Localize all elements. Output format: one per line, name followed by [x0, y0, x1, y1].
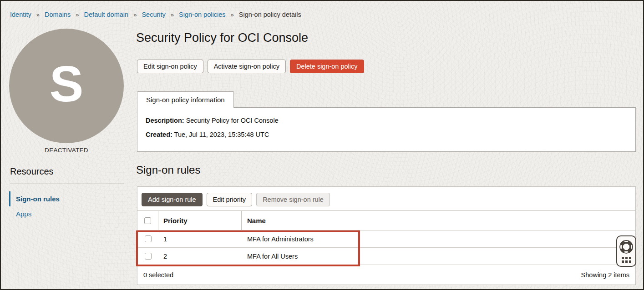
description-label: Description:	[146, 117, 184, 124]
sign-on-rules-heading: Sign-on rules	[136, 164, 200, 176]
table-row[interactable]: 2 MFA for All Users	[137, 248, 635, 265]
select-row-checkbox[interactable]	[145, 235, 152, 242]
description-value: Security Policy for OCI Console	[186, 117, 279, 124]
breadcrumb: Identity » Domains » Default domain » Se…	[10, 11, 301, 18]
edit-priority-button[interactable]: Edit priority	[207, 193, 253, 206]
column-header-name: Name	[242, 211, 635, 230]
breadcrumb-separator: »	[36, 11, 40, 18]
breadcrumb-separator: »	[171, 11, 174, 18]
table-footer: 0 selected Showing 2 items	[137, 265, 635, 285]
breadcrumb-link-identity[interactable]: Identity	[10, 11, 31, 18]
select-all-checkbox[interactable]	[144, 217, 151, 224]
sign-on-rules-table: Priority Name 1 MFA for Administrators 2…	[137, 210, 635, 265]
sign-on-rules-panel: Add sign-on rule Edit priority Remove si…	[137, 186, 636, 285]
header-checkbox-cell	[137, 211, 158, 230]
sidebar-item-sign-on-rules[interactable]: Sign-on rules	[9, 191, 127, 206]
showing-count: Showing 2 items	[581, 271, 629, 279]
oci-console-page: Identity » Domains » Default domain » Se…	[0, 0, 644, 290]
table-header-row: Priority Name	[137, 210, 635, 230]
breadcrumb-separator: »	[133, 11, 137, 18]
select-row-checkbox[interactable]	[145, 253, 152, 260]
policy-actions: Edit sign-on policy Activate sign-on pol…	[137, 60, 364, 73]
policy-information-panel: Description: Security Policy for OCI Con…	[137, 107, 636, 152]
resources-nav: Sign-on rules Apps	[9, 191, 127, 221]
breadcrumb-separator: »	[230, 11, 233, 18]
lifebuoy-icon	[619, 240, 633, 254]
created-label: Created:	[146, 131, 172, 138]
resources-divider	[10, 184, 124, 184]
breadcrumb-separator: »	[76, 11, 79, 18]
rule-priority: 2	[158, 248, 242, 265]
rules-toolbar: Add sign-on rule Edit priority Remove si…	[137, 187, 635, 210]
resources-heading: Resources	[10, 166, 54, 177]
delete-sign-on-policy-button[interactable]: Delete sign-on policy	[290, 60, 364, 73]
breadcrumb-link-sign-on-policies[interactable]: Sign-on policies	[179, 11, 225, 18]
page-title: Security Policy for OCI Console	[136, 31, 308, 45]
tab-sign-on-policy-information[interactable]: Sign-on policy information	[137, 91, 234, 108]
created-line: Created: Tue, Jul 11, 2023, 15:35:48 UTC	[146, 131, 627, 138]
breadcrumb-link-security[interactable]: Security	[142, 11, 165, 18]
description-line: Description: Security Policy for OCI Con…	[146, 117, 627, 124]
avatar-initial: S	[50, 59, 84, 110]
selected-count: 0 selected	[143, 271, 173, 279]
created-value: Tue, Jul 11, 2023, 15:35:48 UTC	[174, 131, 269, 138]
remove-sign-on-rule-button: Remove sign-on rule	[256, 193, 330, 206]
table-row[interactable]: 1 MFA for Administrators	[137, 230, 635, 248]
sidebar-item-apps[interactable]: Apps	[9, 206, 127, 221]
policy-avatar: S	[9, 29, 124, 143]
rule-priority: 1	[158, 230, 242, 247]
help-widget[interactable]	[616, 235, 636, 267]
column-header-priority: Priority	[158, 211, 242, 230]
row-checkbox-cell	[137, 230, 158, 247]
breadcrumb-link-default-domain[interactable]: Default domain	[84, 11, 129, 18]
rule-name: MFA for All Users	[242, 248, 635, 265]
rule-name: MFA for Administrators	[242, 230, 635, 247]
breadcrumb-link-domains[interactable]: Domains	[45, 11, 71, 18]
row-checkbox-cell	[137, 248, 158, 265]
status-badge: DEACTIVATED	[9, 147, 124, 154]
activate-sign-on-policy-button[interactable]: Activate sign-on policy	[208, 60, 286, 73]
edit-sign-on-policy-button[interactable]: Edit sign-on policy	[137, 60, 203, 73]
add-sign-on-rule-button[interactable]: Add sign-on rule	[142, 193, 203, 206]
grid-dots-icon	[622, 257, 631, 263]
breadcrumb-current: Sign-on policy details	[239, 11, 301, 18]
